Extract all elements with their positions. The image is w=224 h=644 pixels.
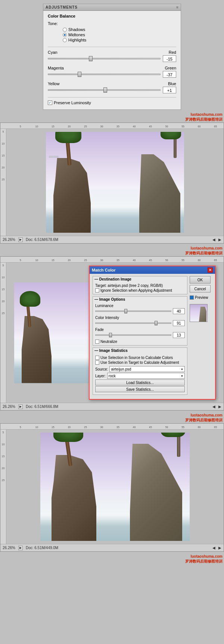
- doc-info-1: Doc: 6.51M/678.6M: [26, 238, 58, 242]
- cyan-red-slider-container: -15: [48, 55, 176, 62]
- grass-left-1: 𝄗𝄗: [49, 153, 59, 160]
- luminance-slider[interactable]: [95, 309, 171, 313]
- image-options-section: — Image Options Luminance: [93, 296, 187, 346]
- tone-radio-group: Shadows Midtones Highlights: [63, 27, 176, 42]
- panel-body: Color Balance Tone: Shadows Midtones Hig…: [43, 11, 181, 109]
- zoom-percent-2: 26.26%: [3, 405, 15, 409]
- cyan-red-labels: Cyan Red: [48, 50, 176, 55]
- fade-value[interactable]: 13: [173, 332, 185, 338]
- cancel-button[interactable]: Cancel: [190, 285, 211, 292]
- color-intensity-thumb[interactable]: [155, 321, 158, 325]
- image-stats-body: Use Selection in Source to Calculate Col…: [93, 354, 187, 394]
- nav-icon-6[interactable]: ▶: [218, 546, 221, 550]
- nav-icon-1: ◀: [212, 238, 215, 242]
- yellow-blue-slider-track[interactable]: [48, 87, 161, 93]
- ruler-top-2: 5 10 15 20 25 30 35 40 45 50 55 60 65: [0, 257, 224, 263]
- ruler-top-3: 5 10 15 20 25 30 35 40 45 50 55 60 65: [0, 424, 224, 430]
- magenta-green-slider-container: -37: [48, 71, 176, 78]
- dialog-close-button[interactable]: ✕: [208, 267, 213, 273]
- magenta-green-row: Magenta Green -37: [48, 66, 176, 78]
- ps-statusbar-3: 26.26% ▶ Doc: 6.51M/449.0M ◀ ▶: [0, 544, 224, 551]
- cyan-red-slider-track[interactable]: [48, 56, 161, 61]
- destination-section: — Destination Image Target: airteijun.ps…: [93, 276, 187, 294]
- status-icon-2: ▶: [18, 405, 23, 409]
- use-source-row: Use Selection in Source to Calculate Col…: [95, 356, 185, 360]
- yellow-blue-slider-bar: [48, 89, 161, 91]
- cyan-red-slider-thumb[interactable]: [89, 56, 93, 61]
- green-label: Green: [165, 66, 176, 70]
- adjustments-panel: ADJUSTMENTS ≡ Color Balance Tone: Shadow…: [43, 4, 181, 110]
- tree-canopy-left-2: [20, 291, 40, 307]
- luminance-value[interactable]: 40: [173, 308, 185, 314]
- yellow-blue-slider-container: +1: [48, 87, 176, 93]
- preview-label: Preview: [195, 295, 208, 300]
- preserve-luminosity-checkbox[interactable]: ✓: [48, 100, 52, 105]
- panel-menu-icon[interactable]: ≡: [176, 5, 178, 9]
- color-intensity-slider-row: 91: [95, 320, 185, 326]
- magenta-green-slider-track[interactable]: [48, 72, 161, 77]
- image-stats-section: — Image Statistics Use Selection in Sour…: [93, 347, 187, 395]
- color-balance-title: Color Balance: [48, 14, 176, 18]
- source-select[interactable]: airteijun.psd ▼: [109, 366, 185, 372]
- preserve-luminosity-label: Preserve Luminosity: [54, 100, 91, 105]
- magenta-green-slider-thumb[interactable]: [78, 72, 81, 77]
- ok-button[interactable]: OK: [190, 276, 211, 284]
- radio-circle-midtones[interactable]: [63, 33, 67, 37]
- use-target-checkbox[interactable]: [95, 360, 99, 365]
- layer-row: Layer: rock ▼: [95, 373, 185, 379]
- destination-body: Target: airteijun.psd (tree 2 copy, RGB/…: [93, 283, 187, 294]
- preview-thumbnail: [190, 304, 208, 322]
- magenta-green-value[interactable]: -37: [163, 71, 176, 78]
- radio-shadows[interactable]: Shadows: [63, 27, 176, 32]
- ignore-selection-label: Ignore Selection when Applying Adjustmen…: [100, 288, 172, 292]
- ignore-selection-checkbox[interactable]: [95, 288, 99, 292]
- ps-content-3: 5 10 15 20 25: [0, 430, 224, 544]
- preserve-row: ✓ Preserve Luminosity: [48, 100, 176, 105]
- preview-row: Preview: [190, 295, 212, 300]
- yellow-blue-labels: Yellow Blue: [48, 81, 176, 86]
- image-options-title: — Image Options: [93, 297, 187, 302]
- nav-icon-2[interactable]: ▶: [218, 238, 221, 242]
- zoom-percent-1: 26.26%: [3, 238, 15, 242]
- nav-icon-3: ◀: [212, 405, 215, 409]
- fade-thumb[interactable]: [109, 333, 112, 337]
- radio-circle-highlights[interactable]: [63, 38, 67, 42]
- dialog-right-panel: OK Cancel Preview: [190, 276, 212, 397]
- luminance-thumb[interactable]: [124, 309, 127, 313]
- color-intensity-slider[interactable]: [95, 321, 171, 325]
- ruler-left-3: 5 10 15 20 25: [0, 430, 6, 544]
- nav-icon-4[interactable]: ▶: [218, 405, 221, 409]
- save-statistics-button[interactable]: Save Statistics...: [95, 386, 185, 392]
- layer-select[interactable]: rock ▼: [107, 373, 185, 379]
- ruler-numbers-2: 5 10 15 20 25 30 35 40 45 50 55 60 65: [6, 259, 224, 261]
- dialog-left-panel: — Destination Image Target: airteijun.ps…: [93, 276, 187, 397]
- use-source-checkbox[interactable]: [95, 356, 99, 360]
- fade-slider[interactable]: [95, 333, 171, 337]
- destination-title: — Destination Image: [93, 276, 187, 282]
- ps-image-2: [14, 282, 89, 383]
- status-icon-1: ▶: [18, 238, 23, 242]
- magenta-label: Magenta: [48, 66, 64, 70]
- ignore-selection-row: Ignore Selection when Applying Adjustmen…: [95, 288, 185, 292]
- radio-midtones[interactable]: Midtones: [63, 32, 176, 37]
- match-color-dialog: Match Color ✕ — Destination Image Target…: [89, 266, 216, 400]
- yellow-blue-slider-thumb[interactable]: [103, 87, 107, 93]
- luminance-track: [95, 311, 171, 312]
- use-target-row: Use Selection in Target to Calculate Adj…: [95, 360, 185, 365]
- radio-label-midtones: Midtones: [68, 32, 85, 37]
- ruler-numbers-3: 5 10 15 20 25 30 35 40 45 50 55 60 65: [6, 426, 224, 428]
- watermark-4: luotaoshuma.com 罗涛数码后期修图培训: [0, 553, 224, 564]
- radio-highlights[interactable]: Highlights: [63, 38, 176, 42]
- color-intensity-row: Color Intensity 91: [95, 316, 185, 326]
- cyan-red-value[interactable]: -15: [163, 55, 176, 62]
- preview-checkbox[interactable]: [190, 295, 194, 300]
- yellow-blue-value[interactable]: +1: [163, 87, 176, 93]
- load-statistics-button[interactable]: Load Statistics...: [95, 380, 185, 386]
- neutralize-checkbox[interactable]: [95, 340, 99, 344]
- ruler-numbers-1: 5 10 15 20 25 30 35 40 45 50 55 60 65: [6, 125, 224, 128]
- ruler-left-2: 5 10 15 20 25: [0, 263, 6, 403]
- watermark-1: luotaoshuma.com 罗涛数码后期修图培训: [0, 111, 224, 123]
- color-intensity-value[interactable]: 91: [173, 320, 185, 326]
- doc-info-3: Doc: 6.51M/449.0M: [26, 546, 58, 550]
- radio-circle-shadows[interactable]: [63, 28, 67, 32]
